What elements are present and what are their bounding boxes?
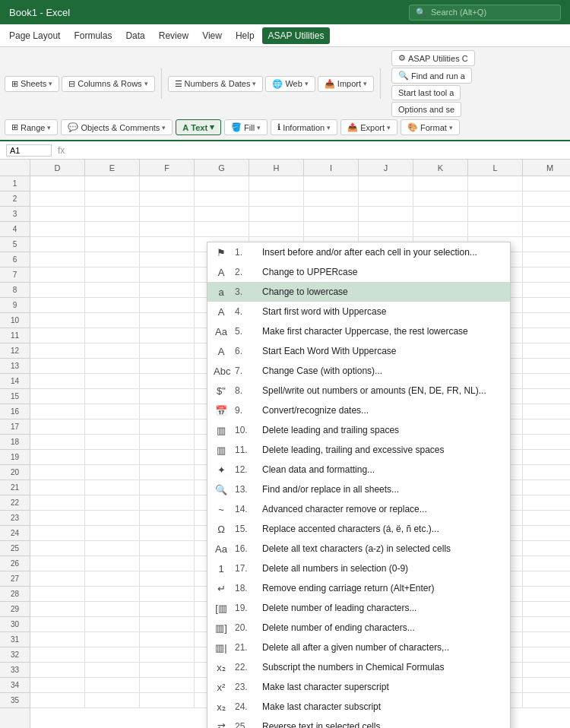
cell-m3[interactable]	[523, 207, 570, 222]
cell-m21[interactable]	[523, 480, 570, 495]
cell-m4[interactable]	[523, 222, 570, 237]
dropdown-item-4[interactable]: A4.Start first word with Uppercase	[207, 302, 510, 321]
cell-e26[interactable]	[85, 556, 140, 571]
cell-f28[interactable]	[140, 587, 195, 602]
cell-m29[interactable]	[523, 602, 570, 617]
cell-e10[interactable]	[85, 313, 140, 328]
cell-f6[interactable]	[140, 252, 195, 267]
cell-f19[interactable]	[140, 450, 195, 465]
dropdown-item-23[interactable]: x²23.Make last character superscript	[207, 677, 510, 697]
sheets-button[interactable]: ⊞ Sheets ▾	[5, 76, 59, 92]
cell-e9[interactable]	[85, 298, 140, 313]
cell-i3[interactable]	[304, 207, 359, 222]
cell-d24[interactable]	[30, 526, 85, 541]
cell-m6[interactable]	[523, 252, 570, 267]
cell-d25[interactable]	[30, 541, 85, 556]
cell-m32[interactable]	[523, 647, 570, 663]
cell-m30[interactable]	[523, 617, 570, 632]
dropdown-item-14[interactable]: ~14.Advanced character remove or replace…	[207, 499, 510, 519]
cell-f13[interactable]	[140, 359, 195, 374]
cell-f18[interactable]	[140, 435, 195, 450]
cell-d11[interactable]	[30, 328, 85, 343]
cell-g4[interactable]	[195, 222, 249, 237]
cell-d32[interactable]	[30, 647, 85, 663]
cell-f2[interactable]	[140, 191, 195, 207]
dropdown-item-15[interactable]: Ω15.Replace accented characters (á, ë, ñ…	[207, 519, 510, 539]
cell-j3[interactable]	[359, 207, 413, 222]
cell-f9[interactable]	[140, 298, 195, 313]
cell-e24[interactable]	[85, 526, 140, 541]
cell-i4[interactable]	[304, 222, 359, 237]
cell-f29[interactable]	[140, 602, 195, 617]
cell-e3[interactable]	[85, 207, 140, 222]
cell-m8[interactable]	[523, 283, 570, 298]
cell-e27[interactable]	[85, 571, 140, 587]
cell-l3[interactable]	[468, 207, 523, 222]
cell-h4[interactable]	[249, 222, 304, 237]
cell-m27[interactable]	[523, 571, 570, 587]
cell-m25[interactable]	[523, 541, 570, 556]
cell-d4[interactable]	[30, 222, 85, 237]
cell-m33[interactable]	[523, 663, 570, 678]
cell-f17[interactable]	[140, 419, 195, 435]
cell-d27[interactable]	[30, 571, 85, 587]
cell-m15[interactable]	[523, 389, 570, 404]
cell-j4[interactable]	[359, 222, 413, 237]
cell-m10[interactable]	[523, 313, 570, 328]
dropdown-item-8[interactable]: $"8.Spell/write out numbers or amounts (…	[207, 381, 510, 400]
cell-d34[interactable]	[30, 678, 85, 693]
cell-e13[interactable]	[85, 359, 140, 374]
asap-utilities-c-button[interactable]: ⚙ ASAP Utilities C	[391, 50, 475, 66]
cell-e20[interactable]	[85, 465, 140, 480]
dropdown-item-2[interactable]: A2.Change to UPPERcase	[207, 262, 510, 282]
information-button[interactable]: ℹ Information ▾	[271, 119, 337, 135]
cell-f4[interactable]	[140, 222, 195, 237]
cell-d26[interactable]	[30, 556, 85, 571]
cell-f33[interactable]	[140, 663, 195, 678]
cell-k4[interactable]	[413, 222, 468, 237]
menu-data[interactable]: Data	[119, 27, 150, 44]
cell-e30[interactable]	[85, 617, 140, 632]
cell-m2[interactable]	[523, 191, 570, 207]
cell-m35[interactable]	[523, 693, 570, 708]
cell-h2[interactable]	[249, 191, 304, 207]
find-run-button[interactable]: 🔍 Find and run a	[391, 68, 472, 84]
cell-e2[interactable]	[85, 191, 140, 207]
cell-d33[interactable]	[30, 663, 85, 678]
cell-d7[interactable]	[30, 267, 85, 283]
cell-f20[interactable]	[140, 465, 195, 480]
dropdown-item-12[interactable]: ✦12.Clean data and formatting...	[207, 460, 510, 480]
cell-f32[interactable]	[140, 647, 195, 663]
dropdown-item-24[interactable]: x₂24.Make last character subscript	[207, 697, 510, 717]
cell-m20[interactable]	[523, 465, 570, 480]
cell-f12[interactable]	[140, 343, 195, 359]
cell-e17[interactable]	[85, 419, 140, 435]
cell-k3[interactable]	[413, 207, 468, 222]
cell-m22[interactable]	[523, 495, 570, 511]
cell-f24[interactable]	[140, 526, 195, 541]
cell-i1[interactable]	[304, 176, 359, 191]
fill-button[interactable]: 🪣 Fill ▾	[224, 119, 268, 135]
cell-m11[interactable]	[523, 328, 570, 343]
options-button[interactable]: Options and se	[391, 102, 461, 117]
cell-i2[interactable]	[304, 191, 359, 207]
menu-formulas[interactable]: Formulas	[68, 27, 118, 44]
dropdown-item-9[interactable]: 📅9.Convert/recognize dates...	[207, 400, 510, 420]
cell-d1[interactable]	[30, 176, 85, 191]
cell-d21[interactable]	[30, 480, 85, 495]
cell-g3[interactable]	[195, 207, 249, 222]
web-button[interactable]: 🌐 Web ▾	[265, 76, 315, 92]
cell-e22[interactable]	[85, 495, 140, 511]
cell-f26[interactable]	[140, 556, 195, 571]
cell-f21[interactable]	[140, 480, 195, 495]
cell-m31[interactable]	[523, 632, 570, 647]
cell-f25[interactable]	[140, 541, 195, 556]
cell-d13[interactable]	[30, 359, 85, 374]
cell-k2[interactable]	[413, 191, 468, 207]
cell-f3[interactable]	[140, 207, 195, 222]
cell-m24[interactable]	[523, 526, 570, 541]
cell-e18[interactable]	[85, 435, 140, 450]
cell-h3[interactable]	[249, 207, 304, 222]
cell-e7[interactable]	[85, 267, 140, 283]
cell-e6[interactable]	[85, 252, 140, 267]
